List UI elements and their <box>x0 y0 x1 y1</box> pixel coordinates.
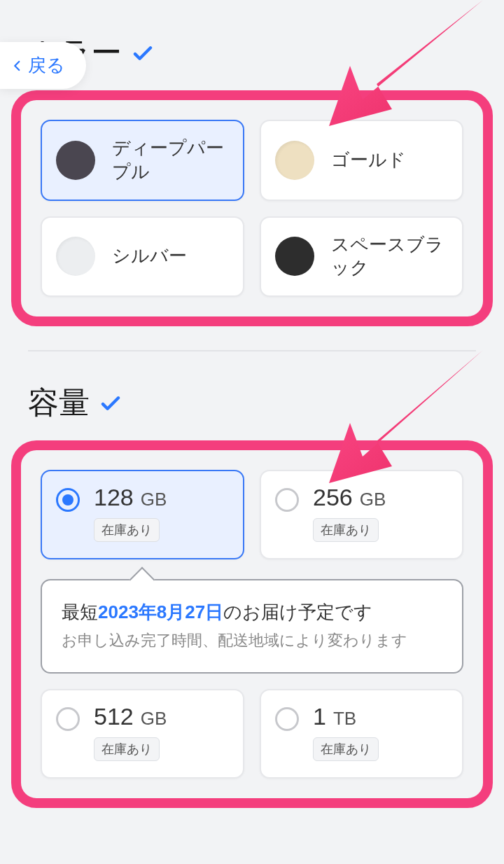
delivery-info-box: 最短2023年8月27日のお届け予定です お申し込み完了時間、配送地域により変わ… <box>41 579 463 674</box>
capacity-unit: GB <box>141 708 167 730</box>
capacity-unit: TB <box>333 708 356 730</box>
stock-badge: 在庫あり <box>313 737 379 761</box>
color-option-label: ゴールド <box>331 148 406 172</box>
radio-icon <box>275 707 299 731</box>
color-swatch-icon <box>275 237 314 276</box>
capacity-options-panel: 128 GB 在庫あり 256 GB 在庫あり 最短2023年8月27日のお届け… <box>11 440 493 808</box>
color-option-deep-purple[interactable]: ディープパープル <box>41 120 244 201</box>
capacity-title: 容量 <box>28 382 90 424</box>
capacity-value: 512 <box>94 703 134 730</box>
radio-icon <box>56 488 80 512</box>
radio-icon <box>275 488 299 512</box>
callout-arrow-icon <box>322 343 490 490</box>
stock-badge: 在庫あり <box>94 737 160 761</box>
capacity-value: 1 <box>313 703 326 730</box>
delivery-note: お申し込み完了時間、配送地域により変わります <box>62 630 442 651</box>
stock-badge: 在庫あり <box>94 518 160 542</box>
delivery-main-text: 最短2023年8月27日のお届け予定です <box>62 599 442 626</box>
color-option-label: シルバー <box>112 244 187 268</box>
stock-badge: 在庫あり <box>313 518 379 542</box>
capacity-option-1tb[interactable]: 1 TB 在庫あり <box>260 689 463 779</box>
color-swatch-icon <box>56 141 95 180</box>
capacity-option-128gb[interactable]: 128 GB 在庫あり <box>41 470 244 559</box>
capacity-unit: GB <box>360 489 386 510</box>
radio-icon <box>56 707 80 731</box>
color-option-label: スペースブラック <box>331 233 448 281</box>
check-icon <box>133 46 153 61</box>
callout-arrow-icon <box>322 0 490 133</box>
check-icon <box>101 396 120 411</box>
back-label: 戻る <box>28 53 65 78</box>
back-button[interactable]: 戻る <box>0 42 86 89</box>
capacity-unit: GB <box>141 489 167 510</box>
capacity-value: 128 <box>94 484 134 511</box>
color-swatch-icon <box>275 141 314 180</box>
color-option-label: ディープパープル <box>112 137 229 184</box>
chevron-left-icon <box>11 60 24 72</box>
color-option-space-black[interactable]: スペースブラック <box>260 216 463 298</box>
color-option-silver[interactable]: シルバー <box>41 216 244 298</box>
color-swatch-icon <box>56 237 95 276</box>
capacity-option-512gb[interactable]: 512 GB 在庫あり <box>41 689 244 779</box>
